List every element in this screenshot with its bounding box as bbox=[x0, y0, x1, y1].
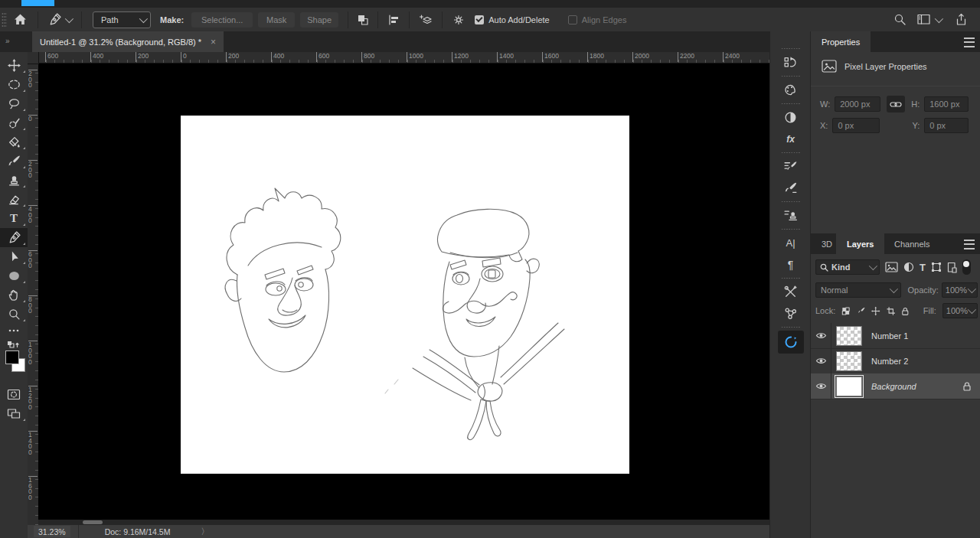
lock-transparency-icon[interactable] bbox=[841, 306, 850, 316]
lock-all-icon[interactable] bbox=[901, 306, 910, 316]
make-mask-button[interactable]: Mask bbox=[258, 12, 295, 28]
hand-tool[interactable] bbox=[0, 285, 28, 305]
current-tool-pen[interactable] bbox=[43, 11, 77, 29]
search-button[interactable] bbox=[888, 11, 911, 29]
paint-bucket-icon bbox=[8, 135, 21, 148]
pen-options-gear-button[interactable] bbox=[447, 11, 470, 29]
swatches-panel-button[interactable] bbox=[778, 80, 804, 100]
path-arrangement-button[interactable] bbox=[414, 11, 437, 29]
filter-shape-layers-icon[interactable] bbox=[931, 262, 942, 272]
adjustments-panel-button[interactable] bbox=[778, 107, 804, 128]
canvas-pasteboard[interactable] bbox=[38, 64, 769, 520]
move-tool[interactable] bbox=[0, 56, 28, 75]
blend-mode-dropdown[interactable]: Normal bbox=[815, 282, 901, 298]
history-panel-button[interactable] bbox=[778, 52, 804, 73]
make-shape-button[interactable]: Shape bbox=[300, 12, 338, 28]
zoom-level-field[interactable]: 31.23% bbox=[34, 526, 70, 537]
paragraph-panel-button[interactable]: ¶ bbox=[778, 254, 804, 275]
zoom-tool[interactable] bbox=[0, 305, 28, 324]
vertical-ruler[interactable]: 2 0 002 0 04 0 06 0 08 0 01 0 0 01 2 0 0… bbox=[28, 64, 39, 525]
quick-mask-button[interactable] bbox=[0, 385, 28, 404]
clone-source-panel-button[interactable] bbox=[778, 205, 804, 226]
layer-row-number-1[interactable]: Number 1 bbox=[811, 323, 980, 349]
lasso-tool[interactable] bbox=[0, 94, 28, 113]
y-input[interactable]: 0 px bbox=[924, 118, 969, 133]
align-edges-checkbox[interactable] bbox=[568, 15, 577, 24]
pen-tool[interactable] bbox=[0, 228, 28, 247]
document-tab[interactable]: Untitled-1 @ 31.2% (Background, RGB/8) *… bbox=[32, 31, 224, 52]
opacity-field[interactable]: 100% bbox=[942, 282, 978, 298]
visibility-toggle[interactable] bbox=[811, 323, 831, 348]
styles-panel-button[interactable]: fx bbox=[778, 129, 804, 149]
visibility-toggle[interactable] bbox=[811, 348, 831, 373]
layer-name[interactable]: Number 2 bbox=[871, 357, 908, 366]
filter-smart-objects-icon[interactable] bbox=[947, 262, 957, 273]
layer-row-background[interactable]: Background bbox=[811, 373, 980, 399]
edit-toolbar-button[interactable] bbox=[0, 324, 28, 337]
layer-thumbnail[interactable] bbox=[836, 377, 862, 396]
quick-selection-tool[interactable] bbox=[0, 113, 28, 132]
link-dimensions-button[interactable] bbox=[887, 96, 905, 112]
status-chevron-icon[interactable]: 〉 bbox=[201, 527, 209, 537]
layer-row-number-2[interactable]: Number 2 bbox=[811, 348, 980, 374]
tool-mode-select[interactable]: Path bbox=[93, 11, 151, 28]
layer-name[interactable]: Number 1 bbox=[871, 331, 908, 341]
brush-settings-panel-button[interactable] bbox=[778, 156, 804, 177]
ruler-origin-corner[interactable] bbox=[28, 52, 39, 64]
layer-name[interactable]: Background bbox=[871, 382, 916, 391]
tab-channels[interactable]: Channels bbox=[884, 233, 940, 254]
type-tool[interactable]: T bbox=[0, 209, 28, 228]
horizontal-scrollbar[interactable] bbox=[38, 520, 769, 525]
panel-menu-icon[interactable] bbox=[964, 37, 975, 47]
libraries-panel-button[interactable] bbox=[778, 303, 804, 324]
elliptical-marquee-tool[interactable] bbox=[0, 75, 28, 94]
lock-position-icon[interactable] bbox=[871, 306, 880, 316]
eraser-tool[interactable] bbox=[0, 190, 28, 209]
lock-artboard-icon[interactable] bbox=[887, 306, 895, 316]
character-panel-button[interactable]: A| bbox=[778, 233, 804, 253]
visibility-toggle[interactable] bbox=[811, 373, 831, 399]
path-operations-button[interactable] bbox=[353, 11, 373, 29]
ellipse-shape-tool[interactable] bbox=[0, 266, 28, 285]
foreground-color-swatch[interactable] bbox=[5, 351, 19, 364]
toolbar-collapse-chevrons[interactable]: » bbox=[5, 37, 9, 45]
paint-bucket-tool[interactable] bbox=[0, 132, 28, 152]
screen-mode-button[interactable] bbox=[0, 404, 28, 423]
brush-icon bbox=[8, 155, 21, 168]
options-bar-grip[interactable] bbox=[2, 12, 7, 28]
h-ruler-tick-label: 2200 bbox=[678, 52, 694, 62]
make-selection-button[interactable]: Selection... bbox=[191, 12, 253, 28]
layer-thumbnail[interactable] bbox=[836, 326, 862, 346]
sync-status-button[interactable] bbox=[778, 331, 804, 354]
home-button[interactable] bbox=[7, 11, 33, 29]
kind-filter-dropdown[interactable]: Kind bbox=[815, 259, 880, 275]
filter-toggle-switch[interactable] bbox=[962, 259, 971, 275]
x-input[interactable]: 0 px bbox=[832, 118, 880, 133]
horizontal-scrollbar-thumb[interactable] bbox=[83, 520, 103, 524]
share-button[interactable] bbox=[948, 11, 974, 29]
filter-type-layers-icon[interactable]: T bbox=[920, 262, 926, 273]
tab-properties[interactable]: Properties bbox=[811, 31, 871, 52]
brush-tool[interactable] bbox=[0, 152, 28, 171]
workspace-switcher[interactable] bbox=[911, 11, 946, 29]
direct-selection-tool[interactable] bbox=[0, 247, 28, 266]
lock-pixels-icon[interactable] bbox=[857, 306, 865, 316]
tool-presets-panel-button[interactable] bbox=[778, 282, 804, 302]
layer-thumbnail[interactable] bbox=[836, 351, 862, 371]
width-input[interactable]: 2000 px bbox=[835, 96, 880, 112]
close-tab-icon[interactable]: × bbox=[211, 37, 216, 47]
path-alignment-button[interactable] bbox=[383, 11, 404, 29]
filter-pixel-layers-icon[interactable] bbox=[885, 262, 898, 272]
document-canvas[interactable] bbox=[181, 116, 629, 474]
fill-field[interactable]: 100% bbox=[942, 303, 978, 318]
brushes-panel-button[interactable] bbox=[778, 178, 804, 198]
panel-menu-icon[interactable] bbox=[964, 240, 975, 249]
tab-layers[interactable]: Layers bbox=[836, 233, 884, 254]
v-ruler-tick-label: 2 0 0 bbox=[28, 70, 38, 89]
h-ruler-tick-label: 1400 bbox=[497, 52, 514, 62]
horizontal-ruler[interactable]: 6004002000200400600800100012001400160018… bbox=[28, 52, 769, 64]
filter-adjustment-layers-icon[interactable] bbox=[903, 262, 914, 272]
auto-add-delete-checkbox[interactable] bbox=[475, 15, 484, 24]
clone-stamp-tool[interactable] bbox=[0, 171, 28, 190]
height-input[interactable]: 1600 px bbox=[924, 96, 969, 112]
